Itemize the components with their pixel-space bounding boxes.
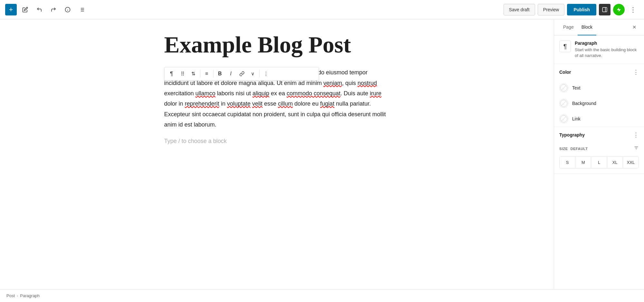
spell-velit: velit — [252, 100, 263, 107]
align-button[interactable]: ≡ — [202, 69, 212, 79]
save-draft-button[interactable]: Save draft — [504, 4, 535, 15]
spell-nostrud: nostrud — [358, 80, 377, 86]
block-type-icon: ¶ — [559, 41, 571, 52]
pencil-icon — [22, 7, 28, 13]
redo-icon — [51, 7, 56, 13]
typography-section: Typography ⋮ SIZE DEFAULT S M L XL XXL — [554, 127, 644, 174]
text-color-circle — [559, 83, 568, 92]
sidebar-tabs: Page Block × — [554, 19, 644, 35]
preview-button[interactable]: Preview — [538, 4, 565, 15]
align-icon: ≡ — [205, 71, 208, 77]
sidebar-icon — [602, 7, 608, 13]
block-toolbar: ¶ ⠿ ⇅ ≡ B I ∨ — [164, 67, 319, 80]
move-block-button[interactable]: ⇅ — [188, 69, 199, 79]
tab-block[interactable]: Block — [578, 19, 596, 35]
text-color-swatch — [560, 84, 567, 91]
link-icon — [239, 71, 245, 76]
link-color-swatch — [560, 115, 567, 122]
link-color-option[interactable]: Link — [554, 111, 644, 127]
drag-icon: ⠿ — [181, 71, 184, 77]
breadcrumb-post[interactable]: Post — [6, 293, 15, 298]
bold-button[interactable]: B — [215, 69, 225, 79]
bottom-bar: Post › Paragraph — [0, 289, 644, 302]
background-color-label: Background — [572, 101, 596, 106]
tab-page[interactable]: Page — [559, 19, 578, 35]
spell-aliquip: aliquip — [253, 90, 269, 97]
size-filter-button[interactable] — [634, 146, 639, 152]
more-inline-button[interactable]: ∨ — [248, 69, 258, 79]
more-options-button[interactable]: ⋮ — [627, 4, 639, 15]
block-info-text: Paragraph Start with the basic building … — [575, 41, 639, 59]
text-color-label: Text — [572, 85, 581, 90]
sidebar-close-button[interactable]: × — [630, 23, 639, 32]
link-color-circle — [559, 114, 568, 123]
spell-veniam: veniam — [323, 80, 342, 86]
breadcrumb-block[interactable]: Paragraph — [20, 293, 40, 298]
color-section-header: Color ⋮ — [554, 64, 644, 80]
italic-button[interactable]: I — [226, 69, 236, 79]
toolbar-left: + — [5, 4, 504, 15]
move-icon: ⇅ — [191, 71, 196, 77]
lightning-icon — [616, 7, 621, 12]
block-info-panel: ¶ Paragraph Start with the basic buildin… — [554, 35, 644, 64]
background-color-swatch — [560, 100, 567, 107]
font-size-xxl-button[interactable]: XXL — [623, 157, 639, 168]
spell-fugiat: fugiat — [320, 100, 334, 107]
toolbar-divider-1 — [200, 70, 200, 78]
background-color-option[interactable]: Background — [554, 96, 644, 111]
edit-icon-button[interactable] — [19, 4, 31, 15]
typography-more-icon: ⋮ — [633, 131, 639, 138]
undo-button[interactable] — [34, 4, 45, 15]
publish-button[interactable]: Publish — [567, 4, 596, 15]
color-more-button[interactable]: ⋮ — [633, 69, 639, 76]
font-size-selector: S M L XL XXL — [559, 156, 639, 168]
right-sidebar: Page Block × ¶ Paragraph Start with the … — [554, 19, 644, 289]
list-icon — [79, 7, 85, 13]
font-size-xl-button[interactable]: XL — [607, 157, 623, 168]
block-type-title: Paragraph — [575, 41, 639, 46]
block-type-description: Start with the basic building block of a… — [575, 47, 639, 59]
drag-handle-button[interactable]: ⠿ — [178, 69, 188, 79]
add-block-button[interactable]: + — [5, 4, 17, 15]
info-button[interactable] — [62, 4, 73, 15]
redo-button[interactable] — [48, 4, 59, 15]
font-size-s-button[interactable]: S — [560, 157, 575, 168]
top-bar: + Save draft Preview Publish ⋮ — [0, 0, 644, 19]
paragraph-type-button[interactable]: ¶ — [167, 69, 177, 79]
block-options-button[interactable]: ⋮ — [261, 69, 271, 79]
breadcrumb-separator: › — [17, 293, 18, 298]
list-view-button[interactable] — [76, 4, 88, 15]
color-more-icon: ⋮ — [633, 69, 639, 76]
spell-ullamco: ullamco — [196, 90, 216, 97]
background-color-circle — [559, 99, 568, 108]
editor-area: Example Blog Post ¶ ⠿ ⇅ ≡ B I — [0, 19, 554, 289]
lightning-button[interactable] — [613, 4, 625, 15]
typography-section-header: Typography ⋮ — [554, 127, 644, 143]
spell-cillum: cillum — [278, 100, 293, 107]
vertical-dots-icon: ⋮ — [630, 6, 636, 14]
sidebar-toggle-button[interactable] — [599, 4, 610, 15]
post-title[interactable]: Example Blog Post — [164, 32, 390, 58]
info-icon — [65, 7, 71, 13]
font-size-l-button[interactable]: L — [591, 157, 607, 168]
paragraph-toolbar-icon: ¶ — [170, 71, 173, 77]
size-label: SIZE — [559, 147, 568, 151]
font-size-m-button[interactable]: M — [575, 157, 591, 168]
toolbar-divider-3 — [259, 70, 260, 78]
dots-icon: ⋮ — [264, 71, 268, 77]
color-section: Color ⋮ Text Background — [554, 64, 644, 127]
color-section-title: Color — [559, 70, 571, 75]
font-size-row: SIZE DEFAULT — [554, 143, 644, 156]
toolbar-divider-2 — [213, 70, 214, 78]
filter-icon — [634, 146, 639, 151]
spell-irure: irure — [370, 90, 381, 97]
text-color-option[interactable]: Text — [554, 80, 644, 96]
editor-content: Example Blog Post ¶ ⠿ ⇅ ≡ B I — [158, 32, 396, 145]
link-button[interactable] — [237, 69, 247, 79]
spell-commodo: commodo consequat — [287, 90, 341, 97]
typography-more-button[interactable]: ⋮ — [633, 131, 639, 138]
typography-section-title: Typography — [559, 132, 585, 137]
chevron-down-icon: ∨ — [251, 71, 255, 77]
spell-voluptate: voluptate — [227, 100, 251, 107]
type-placeholder[interactable]: Type / to choose a block — [164, 138, 390, 145]
